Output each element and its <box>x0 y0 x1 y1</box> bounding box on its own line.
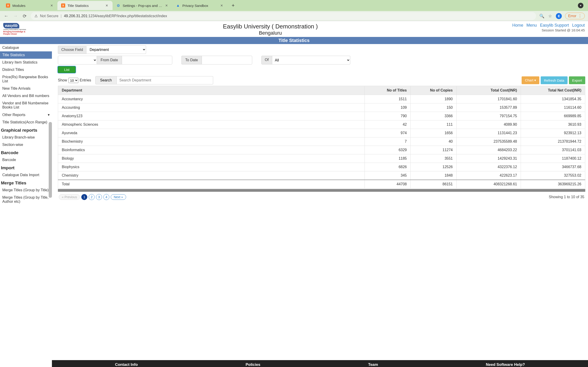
of-label: Of <box>261 56 272 65</box>
sidebar-item-new-arrivals[interactable]: New Title Arrivals <box>0 85 52 92</box>
sidebar-item-distinct-titles[interactable]: Distinct Titles <box>0 66 52 73</box>
sidebar-item-title-statistics[interactable]: Title Statistics <box>0 51 52 59</box>
new-tab-button[interactable]: + <box>230 2 237 9</box>
sidebar-item-other-reports[interactable]: Other Reports▾ <box>0 111 52 119</box>
entries-select[interactable]: 10 <box>69 78 78 83</box>
total-value: 86151 <box>411 180 457 189</box>
data-table: DepartmentNo of TitlesNo of CopiesTotal … <box>58 86 585 189</box>
tab-privacy-sandbox[interactable]: ▲ Privacy Sandbox × <box>172 1 227 10</box>
url-field[interactable]: ⚠ Not Secure | 49.206.31.201:1234/easyli… <box>31 12 536 20</box>
close-icon[interactable]: × <box>105 3 109 8</box>
prev-page-button[interactable]: « Previous <box>59 194 80 200</box>
scrollbar-thumb[interactable] <box>49 122 52 198</box>
cell-value: 6826 <box>365 163 411 171</box>
column-header[interactable]: No of Copies <box>411 86 457 95</box>
cell-value: 116114.60 <box>521 103 585 112</box>
column-header[interactable]: Department <box>58 86 365 95</box>
extension-error-button[interactable]: Error⋮ <box>565 13 585 19</box>
cell-department: Biochemistry <box>58 137 365 146</box>
export-button[interactable]: Export <box>569 76 585 84</box>
cell-value: 3551 <box>411 154 457 163</box>
nav-menu[interactable]: Menu <box>527 23 537 27</box>
nav-logout[interactable]: Logout <box>572 23 585 27</box>
sidebar-item-barcode[interactable]: Barcode <box>0 156 52 164</box>
sidebar-item-accn-range[interactable]: Title Statistics(Accn Range) <box>0 119 52 126</box>
nav-home[interactable]: Home <box>512 23 523 27</box>
from-date-type-select[interactable] <box>58 56 97 65</box>
list-button[interactable]: List <box>58 66 76 73</box>
profile-avatar[interactable]: E <box>556 13 562 19</box>
page-4-button[interactable]: 4 <box>103 194 109 200</box>
cell-value: 3366 <box>411 112 457 120</box>
tab-modules[interactable]: X Modules × <box>2 1 57 10</box>
page-1-button[interactable]: 1 <box>81 194 87 200</box>
sidebar-item-catalogue-import[interactable]: Catalogue Data Import <box>0 171 52 179</box>
table-total-row: Total4470886151408321268.61363969215.26 <box>58 180 585 189</box>
footer-policies[interactable]: Policies <box>246 362 260 367</box>
bookmark-icon[interactable]: ☆ <box>548 14 553 19</box>
gear-icon: ⚙ <box>116 3 120 8</box>
cell-value: 790 <box>365 112 411 120</box>
field-select[interactable]: Department <box>86 45 146 54</box>
nav-support[interactable]: Easylib Support <box>540 23 569 27</box>
cell-department: Anatomy123 <box>58 112 365 120</box>
tab-settings[interactable]: ⚙ Settings - Pop-ups and redirec × <box>112 1 172 10</box>
cell-value: 3701141.03 <box>521 146 585 154</box>
tab-overflow-icon[interactable]: ▾ <box>578 3 583 8</box>
cell-value: 797154.75 <box>457 112 521 120</box>
table-footer-bar <box>58 189 585 192</box>
sidebar-item-vendor-bill-books[interactable]: Vendor and Bill Numberwise Books List <box>0 100 52 111</box>
refresh-button[interactable]: Refresh Data <box>541 76 567 84</box>
search-input[interactable] <box>117 76 213 84</box>
sidebar-item-library-item-stats[interactable]: Library Item Statistics <box>0 59 52 66</box>
forward-button[interactable]: → <box>12 13 18 19</box>
chart-button[interactable]: Chart ▾ <box>522 76 539 84</box>
page-2-button[interactable]: 2 <box>89 194 95 200</box>
cell-value: 12526 <box>411 163 457 171</box>
tab-title-statistics[interactable]: X Title Statistics × <box>57 1 112 10</box>
chevron-down-icon: ▾ <box>48 113 50 117</box>
more-icon: ⋮ <box>578 14 582 18</box>
reload-button[interactable]: ⟳ <box>22 13 27 19</box>
from-date-input[interactable] <box>122 56 172 65</box>
cell-value: 1341854.35 <box>521 95 585 103</box>
close-icon[interactable]: × <box>220 3 224 8</box>
to-date-input[interactable] <box>202 56 252 65</box>
cell-value: 669989.85 <box>521 112 585 120</box>
page-3-button[interactable]: 3 <box>96 194 102 200</box>
page-banner: Title Statistics <box>0 37 588 44</box>
of-select[interactable]: All <box>272 56 350 65</box>
next-page-button[interactable]: Next » <box>111 194 126 200</box>
column-header[interactable]: Total Net Cost(INR) <box>521 86 585 95</box>
footer-team[interactable]: Team <box>368 362 378 367</box>
footer-help[interactable]: Need Software Help? <box>486 362 525 367</box>
table-row: Ayurveda97416561131441.23923912.13 <box>58 129 585 137</box>
column-header[interactable]: Total Cost(INR) <box>457 86 521 95</box>
sidebar-item-section-wise[interactable]: Section-wise <box>0 141 52 148</box>
back-button[interactable]: ← <box>3 13 9 19</box>
cell-value: 974 <box>365 129 411 137</box>
close-icon[interactable]: × <box>164 3 169 8</box>
cell-department: Atmospheric Sciences <box>58 120 365 129</box>
close-icon[interactable]: × <box>50 3 54 8</box>
sidebar-item-branch-wise[interactable]: Library Branch-wise <box>0 134 52 141</box>
footer-contact[interactable]: Contact Info <box>115 362 138 367</box>
choose-field-label: Choose Field <box>58 46 86 54</box>
warning-icon: ⚠ <box>35 14 38 18</box>
sidebar-item-vendors-bills[interactable]: All Vendors and Bill numbers <box>0 92 52 100</box>
table-row: Biochemistry740237535589.48213781944.72 <box>58 137 585 146</box>
column-header[interactable]: No of Titles <box>365 86 411 95</box>
total-value: 44708 <box>365 180 411 189</box>
sidebar-item-merge-by-title[interactable]: Merge Titles (Group by Title) <box>0 186 52 194</box>
cell-department: Biology <box>58 154 365 163</box>
search-button[interactable]: Search <box>95 76 117 84</box>
logo[interactable]: easylib Library Automation Services Brin… <box>3 23 31 35</box>
sidebar-item-price-rangewise[interactable]: Price(Rs) Rangewise Books List <box>0 73 52 85</box>
sidebar-item-merge-by-title-author[interactable]: Merge Titles (Group by Title, Author etc… <box>0 194 52 205</box>
zoom-icon[interactable]: 🔍 <box>539 14 544 19</box>
xampp-icon: X <box>6 3 10 8</box>
sidebar-heading-import: Import <box>0 164 52 171</box>
cell-value: 1701841.60 <box>457 95 521 103</box>
sidebar-item-catalogue[interactable]: Catalogue <box>0 44 52 51</box>
toolbar-right: 🔍 ☆ E Error⋮ <box>539 13 585 19</box>
